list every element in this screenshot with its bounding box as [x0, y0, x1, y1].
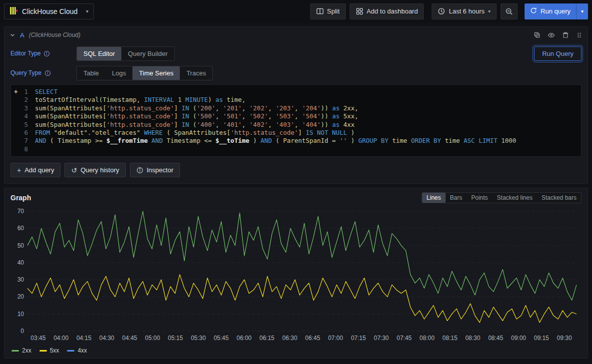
graph-header: Graph LinesBarsPointsStacked linesStacke… [10, 192, 582, 203]
editor-type-toggle: SQL EditorQuery Builder [76, 46, 175, 61]
sql-code[interactable]: SELECTtoStartOfInterval(Timestamp, INTER… [35, 88, 579, 153]
info-icon [136, 167, 143, 174]
chevron-down-icon: ▾ [488, 9, 491, 14]
chart-area: 01020304050607003:4504:0004:1504:3004:45… [10, 205, 582, 346]
plus-icon: + [17, 167, 21, 174]
time-series-chart[interactable]: 01020304050607003:4504:0004:1504:3004:45… [10, 205, 583, 344]
editor-type-row: Editor Type SQL EditorQuery Builder Run … [10, 45, 582, 61]
zoom-out-icon [505, 7, 513, 15]
query-history-button[interactable]: ↺ Query history [64, 163, 125, 177]
add-query-button[interactable]: + Add query [10, 163, 60, 177]
info-icon[interactable] [43, 50, 50, 57]
svg-text:70: 70 [17, 208, 24, 215]
split-button[interactable]: Split [310, 3, 346, 19]
query-editor-panel: A (ClickHouse Cloud) Editor Type SQL Edi… [4, 26, 588, 184]
legend-swatch [11, 350, 19, 352]
display-mode-lines[interactable]: Lines [422, 193, 446, 203]
query-ref-id[interactable]: A [20, 31, 24, 39]
collapse-query-icon[interactable] [9, 32, 15, 38]
time-range-picker[interactable]: Last 6 hours ▾ [432, 3, 497, 19]
query-type-label: Query Type [10, 69, 41, 76]
svg-text:09:15: 09:15 [534, 335, 549, 342]
code-line: sum(SpanAttributes['http.status_code'] I… [35, 121, 579, 129]
editor-type-label: Editor Type [10, 50, 40, 57]
inspector-button[interactable]: Inspector [130, 163, 180, 177]
legend-label: 4xx [77, 347, 87, 354]
display-mode-stacked-bars[interactable]: Stacked bars [537, 193, 581, 203]
add-to-dashboard-button[interactable]: Add to dashboard [350, 3, 424, 19]
sql-editor[interactable]: +12345678 SELECTtoStartOfInterval(Timest… [10, 84, 582, 157]
toolbar-actions: Split Add to dashboard Last 6 hours ▾ [310, 3, 589, 19]
sync-icon [530, 7, 537, 15]
svg-text:06:45: 06:45 [305, 335, 320, 342]
svg-text:08:30: 08:30 [465, 335, 480, 342]
query-type-traces[interactable]: Traces [180, 66, 212, 80]
run-query-dropdown[interactable]: ▾ [576, 3, 588, 19]
line-number: 7 [11, 137, 35, 145]
remove-query-button[interactable] [562, 31, 569, 38]
run-query-button[interactable]: Run query [525, 3, 576, 19]
svg-text:08:45: 08:45 [488, 335, 503, 342]
line-number: 5 [11, 121, 35, 129]
legend-item-5xx[interactable]: 5xx [39, 347, 59, 354]
display-mode-stacked-lines[interactable]: Stacked lines [493, 193, 537, 203]
code-line: sum(SpanAttributes['http.status_code'] I… [35, 104, 579, 112]
code-line: SELECT [35, 88, 579, 96]
clock-icon [438, 7, 445, 15]
disable-query-button[interactable] [548, 31, 555, 39]
svg-text:60: 60 [17, 225, 24, 232]
add-query-label: Add query [24, 166, 54, 174]
svg-text:07:45: 07:45 [397, 335, 412, 342]
query-history-label: Query history [80, 166, 119, 174]
svg-text:05:30: 05:30 [191, 335, 206, 342]
datasource-picker[interactable]: ClickHouse Cloud ▾ [4, 3, 94, 19]
legend-label: 5xx [50, 347, 59, 354]
code-line: toStartOfInterval(Timestamp, INTERVAL 1 … [35, 96, 579, 104]
trash-icon [562, 31, 569, 38]
legend-item-2xx[interactable]: 2xx [11, 347, 31, 354]
svg-text:04:00: 04:00 [53, 335, 68, 342]
editor-type-query-builder[interactable]: Query Builder [121, 47, 174, 60]
inspector-label: Inspector [147, 166, 173, 174]
svg-text:08:00: 08:00 [420, 335, 435, 342]
drag-handle[interactable] [576, 32, 583, 38]
top-bar: ClickHouse Cloud ▾ Split Add to dashboar… [0, 0, 592, 22]
query-type-toggle: TableLogsTime SeriesTraces [76, 66, 213, 80]
query-footer: + Add query ↺ Query history Inspector [10, 163, 582, 177]
query-type-time-series[interactable]: Time Series [132, 66, 180, 80]
legend-label: 2xx [22, 347, 31, 354]
line-number: 2 [11, 96, 35, 104]
legend-item-4xx[interactable]: 4xx [67, 347, 87, 354]
svg-text:04:30: 04:30 [99, 335, 114, 342]
chevron-down-icon: ▾ [86, 9, 88, 14]
query-row-actions [534, 31, 583, 39]
display-mode-toggle: LinesBarsPointsStacked linesStacked bars [422, 192, 582, 203]
svg-text:08:15: 08:15 [443, 335, 458, 342]
svg-text:04:45: 04:45 [122, 335, 137, 342]
query-type-table[interactable]: Table [77, 66, 105, 80]
svg-text:05:15: 05:15 [168, 335, 183, 342]
display-mode-points[interactable]: Points [467, 193, 492, 203]
code-line: sum(SpanAttributes['http.status_code'] I… [35, 112, 579, 120]
add-line-icon: + [14, 88, 18, 96]
svg-text:04:15: 04:15 [76, 335, 91, 342]
run-query-editor-button[interactable]: Run Query [534, 46, 582, 61]
line-number: 3 [11, 104, 35, 112]
add-to-dashboard-label: Add to dashboard [367, 7, 418, 15]
query-row-header: A (ClickHouse Cloud) [4, 27, 588, 43]
split-icon [316, 7, 324, 15]
svg-text:03:45: 03:45 [30, 335, 45, 342]
query-datasource-hint: (ClickHouse Cloud) [29, 31, 80, 38]
svg-text:30: 30 [17, 276, 24, 283]
info-icon[interactable] [44, 70, 51, 76]
code-line [35, 145, 579, 153]
zoom-out-button[interactable] [501, 3, 518, 19]
svg-text:05:00: 05:00 [145, 335, 160, 342]
clickhouse-logo-icon [9, 6, 18, 16]
duplicate-query-button[interactable] [534, 31, 541, 38]
datasource-label: ClickHouse Cloud [22, 7, 82, 15]
editor-type-sql-editor[interactable]: SQL Editor [77, 47, 121, 60]
query-type-logs[interactable]: Logs [105, 66, 132, 80]
line-number-gutter: +12345678 [11, 88, 35, 153]
display-mode-bars[interactable]: Bars [446, 193, 467, 203]
